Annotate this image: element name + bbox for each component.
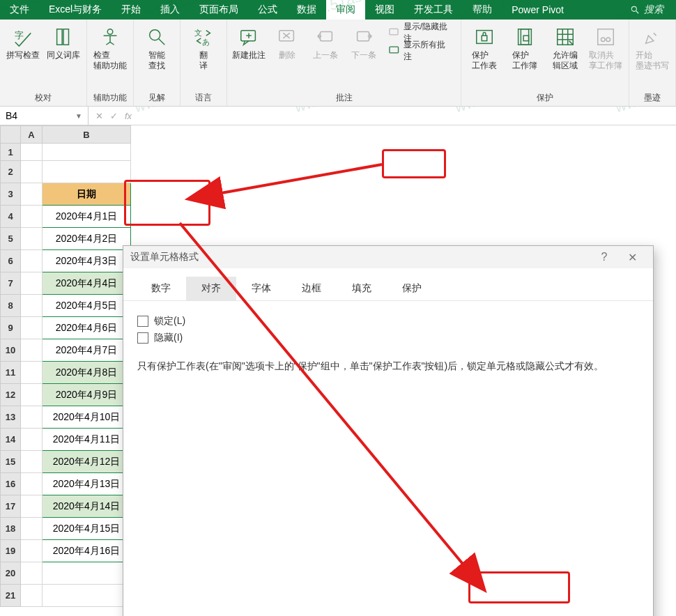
cell-B21[interactable] (43, 585, 131, 607)
cell-B9[interactable]: 2020年4月6日 (43, 317, 131, 339)
menu-item-0[interactable]: 文件 (0, 0, 39, 20)
row-header-1[interactable]: 1 (1, 144, 21, 161)
row-header-2[interactable]: 2 (1, 161, 21, 183)
row-header-9[interactable]: 9 (1, 317, 21, 339)
hide-label[interactable]: 隐藏(I) (154, 332, 183, 344)
cell-A4[interactable] (21, 206, 43, 228)
cell-B6[interactable]: 2020年4月3日 (43, 250, 131, 272)
ribbon-btn-protectsheet[interactable]: 保护工作表 (466, 22, 503, 71)
cell-B20[interactable] (43, 562, 131, 585)
hide-checkbox[interactable] (137, 332, 148, 344)
menu-item-7[interactable]: 审阅 (326, 0, 365, 20)
ribbon-side-showall[interactable]: 显示所有批注 (385, 43, 456, 59)
cell-A17[interactable] (21, 495, 43, 518)
menu-item-3[interactable]: 插入 (151, 0, 190, 20)
dialog-titlebar[interactable]: 设置单元格格式 ? ✕ (123, 246, 653, 268)
cell-A8[interactable] (21, 295, 43, 317)
cell-A7[interactable] (21, 272, 43, 295)
row-header-7[interactable]: 7 (1, 272, 21, 295)
cell-A14[interactable] (21, 429, 43, 451)
cell-B2[interactable] (43, 161, 131, 183)
ribbon-btn-spellcheck[interactable]: 字拼写检查 (4, 22, 42, 61)
row-header-12[interactable]: 12 (1, 384, 21, 406)
row-header-21[interactable]: 21 (1, 585, 21, 607)
col-header-B[interactable]: B (43, 126, 131, 144)
cell-B17[interactable]: 2020年4月14日 (43, 495, 131, 518)
ribbon-btn-smartlookup[interactable]: 智能查找 (138, 22, 176, 71)
menu-item-10[interactable]: 帮助 (463, 0, 502, 20)
cell-B4[interactable]: 2020年4月1日 (43, 206, 131, 228)
cell-B12[interactable]: 2020年4月9日 (43, 384, 131, 406)
menu-item-6[interactable]: 数据 (287, 0, 326, 20)
search-box[interactable]: 搜索 (617, 0, 676, 20)
cell-A6[interactable] (21, 250, 43, 272)
col-header-A[interactable]: A (21, 126, 43, 144)
dialog-tab-5[interactable]: 保护 (387, 277, 437, 300)
cell-B16[interactable]: 2020年4月13日 (43, 473, 131, 495)
close-button[interactable]: ✕ (618, 251, 646, 264)
cell-A19[interactable] (21, 540, 43, 562)
row-header-6[interactable]: 6 (1, 250, 21, 272)
ribbon-btn-a11y[interactable]: 检查辅助功能 (91, 22, 129, 71)
row-header-11[interactable]: 11 (1, 362, 21, 384)
ribbon-btn-thesaurus[interactable]: 同义词库 (45, 22, 82, 61)
cell-B7[interactable]: 2020年4月4日 (43, 272, 131, 295)
dialog-tab-0[interactable]: 数字 (136, 277, 186, 300)
cell-A21[interactable] (21, 585, 43, 607)
cell-B15[interactable]: 2020年4月12日 (43, 451, 131, 473)
menu-item-2[interactable]: 开始 (112, 0, 151, 20)
row-header-10[interactable]: 10 (1, 339, 21, 362)
cell-B18[interactable]: 2020年4月15日 (43, 518, 131, 540)
dialog-tab-1[interactable]: 对齐 (186, 277, 236, 300)
cell-A12[interactable] (21, 384, 43, 406)
cell-B14[interactable]: 2020年4月11日 (43, 429, 131, 451)
row-header-17[interactable]: 17 (1, 495, 21, 518)
row-header-14[interactable]: 14 (1, 429, 21, 451)
cell-B10[interactable]: 2020年4月7日 (43, 339, 131, 362)
cell-A16[interactable] (21, 473, 43, 495)
row-header-3[interactable]: 3 (1, 183, 21, 206)
cell-A20[interactable] (21, 562, 43, 585)
dialog-tab-4[interactable]: 填充 (337, 277, 387, 300)
name-box[interactable]: B4 ▼ (0, 107, 89, 125)
cell-B8[interactable]: 2020年4月5日 (43, 295, 131, 317)
menu-item-5[interactable]: 公式 (248, 0, 287, 20)
row-header-19[interactable]: 19 (1, 540, 21, 562)
row-header-5[interactable]: 5 (1, 228, 21, 250)
ribbon-btn-translate[interactable]: 文あ翻译 (185, 22, 222, 71)
cell-B11[interactable]: 2020年4月8日 (43, 362, 131, 384)
row-header-20[interactable]: 20 (1, 562, 21, 585)
cell-B1[interactable] (43, 144, 131, 161)
menu-item-1[interactable]: Excel与财务 (39, 0, 112, 20)
menu-item-9[interactable]: 开发工具 (404, 0, 463, 20)
cell-A5[interactable] (21, 228, 43, 250)
cell-A10[interactable] (21, 339, 43, 362)
menu-item-4[interactable]: 页面布局 (190, 0, 248, 20)
cell-A15[interactable] (21, 451, 43, 473)
cell-B5[interactable]: 2020年4月2日 (43, 228, 131, 250)
ribbon-btn-alloweditrange[interactable]: 允许编辑区域 (546, 22, 584, 71)
select-all-corner[interactable] (1, 126, 21, 144)
cell-A13[interactable] (21, 406, 43, 429)
cell-B13[interactable]: 2020年4月10日 (43, 406, 131, 429)
cell-A1[interactable] (21, 144, 43, 161)
row-header-4[interactable]: 4 (1, 206, 21, 228)
row-header-8[interactable]: 8 (1, 295, 21, 317)
row-header-18[interactable]: 18 (1, 518, 21, 540)
help-button[interactable]: ? (590, 251, 618, 263)
row-header-16[interactable]: 16 (1, 473, 21, 495)
cell-A2[interactable] (21, 161, 43, 183)
ribbon-btn-newcomment[interactable]: 新建批注 (231, 22, 267, 61)
row-header-13[interactable]: 13 (1, 406, 21, 429)
cell-A18[interactable] (21, 518, 43, 540)
lock-checkbox[interactable] (137, 316, 148, 327)
lock-label[interactable]: 锁定(L) (154, 315, 185, 328)
cell-A9[interactable] (21, 317, 43, 339)
cell-B19[interactable]: 2020年4月16日 (43, 540, 131, 562)
cell-A11[interactable] (21, 362, 43, 384)
menu-item-8[interactable]: 视图 (365, 0, 404, 20)
ribbon-btn-protectbook[interactable]: 保护工作簿 (506, 22, 544, 71)
dialog-tab-3[interactable]: 边框 (286, 277, 337, 300)
dialog-tab-2[interactable]: 字体 (236, 277, 286, 300)
row-header-15[interactable]: 15 (1, 451, 21, 473)
